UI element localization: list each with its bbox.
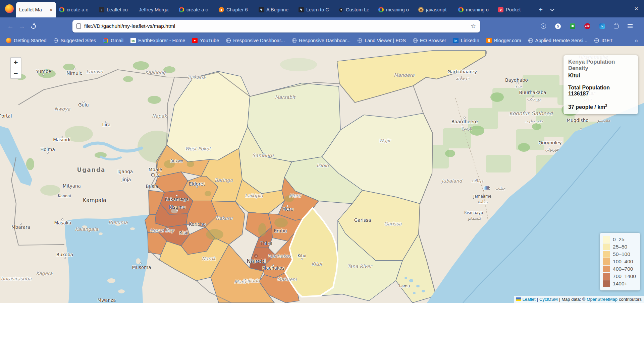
- bookmark-item[interactable]: LinkedIn: [453, 38, 479, 43]
- bookmark-item[interactable]: EarthExplorer - Home: [130, 38, 185, 43]
- window-control-button[interactable]: [613, 0, 629, 17]
- ukraine-flag-icon: [516, 297, 521, 301]
- info-panel: Kenya Population Density Kitui Total Pop…: [564, 55, 638, 114]
- map-label: City: [151, 172, 160, 178]
- tab-favicon: [378, 7, 384, 12]
- map-data-text: Map data: ©: [561, 297, 585, 302]
- map-label: Buurhakaba: [519, 90, 546, 95]
- browser-tab[interactable]: Leaflet cu: [96, 2, 136, 17]
- tab-label: javascript: [426, 7, 452, 12]
- leaflet-link[interactable]: Leaflet: [523, 297, 536, 302]
- window-controls: ×: [598, 0, 644, 17]
- toolbar-icon[interactable]: [599, 23, 605, 29]
- browser-tab[interactable]: Custom Le: [335, 2, 375, 17]
- back-button[interactable]: ←: [5, 20, 16, 32]
- map-label: Nimule: [66, 70, 83, 76]
- toolbar-icon[interactable]: [555, 23, 561, 29]
- map-label: Kakamega: [165, 197, 189, 202]
- map-label: Jilib: [484, 186, 490, 191]
- tab-label: Leaflet cu: [107, 7, 133, 12]
- tab-bar: Leaflet Ma × create a c Leaflet cu Jeffr…: [0, 0, 644, 17]
- page-background: [0, 303, 644, 345]
- map-label: Nwoya: [54, 106, 70, 112]
- town-marker: [83, 101, 85, 103]
- toolbar-icon[interactable]: [614, 24, 619, 28]
- toolbar-icon[interactable]: [541, 23, 546, 29]
- bookmark-favicon: [54, 38, 58, 43]
- town-marker: [532, 95, 534, 97]
- bookmark-item[interactable]: Suggested Sites: [54, 38, 96, 43]
- openstreetmap-link[interactable]: OpenStreetMap: [587, 297, 618, 302]
- map-label: جيليب: [495, 186, 505, 191]
- reload-button[interactable]: [28, 20, 39, 32]
- bookmark-favicon: [453, 38, 459, 43]
- bookmark-item[interactable]: Responsive Dashboar...: [292, 38, 351, 43]
- browser-tab[interactable]: javascript: [415, 2, 455, 17]
- bookmark-item[interactable]: YouTube: [192, 38, 219, 43]
- bookmark-item[interactable]: Applied Remote Sensi...: [528, 38, 588, 43]
- map-label: Nakuru: [216, 215, 232, 221]
- window-control-button[interactable]: [598, 0, 613, 17]
- browser-tab[interactable]: Jeffrey Morga: [136, 2, 176, 17]
- tab-favicon: [458, 7, 464, 12]
- map-label: Hoima: [40, 147, 55, 152]
- browser-tab[interactable]: create a c: [56, 2, 96, 17]
- tab-label: meaning o: [386, 7, 412, 12]
- browser-tab[interactable]: meaning o: [375, 2, 415, 17]
- town-marker: [254, 254, 258, 258]
- bookmark-favicon: [6, 38, 11, 43]
- bookmark-favicon: [528, 38, 533, 43]
- browser-tab[interactable]: Leaflet Ma ×: [16, 2, 56, 17]
- toolbar-icon[interactable]: [570, 23, 575, 29]
- url-input[interactable]: [84, 23, 467, 29]
- new-tab-button[interactable]: +: [535, 2, 546, 17]
- bookmark-item[interactable]: Gmail: [103, 38, 123, 43]
- map-label: Homa Bay: [150, 228, 174, 233]
- zoom-in-button[interactable]: +: [11, 58, 21, 68]
- legend-range: 0–25: [613, 236, 624, 243]
- bookmark-item[interactable]: Responsive Dashboar...: [226, 38, 285, 43]
- forward-button[interactable]: →: [16, 20, 28, 32]
- map-label: Lamwo: [86, 69, 103, 74]
- url-bar[interactable]: ☆: [72, 20, 480, 32]
- zoom-out-button[interactable]: −: [11, 68, 21, 78]
- browser-tab[interactable]: Learn to C: [296, 2, 335, 17]
- tab-label: Pocket: [506, 7, 532, 12]
- browser-tab[interactable]: A Beginne: [256, 2, 296, 17]
- map-label: Bukoba: [56, 252, 73, 257]
- bookmark-item[interactable]: Blogger.com: [486, 38, 521, 43]
- bookmarks-overflow-chevron[interactable]: »: [635, 37, 638, 44]
- browser-tab[interactable]: Chapter 6: [216, 2, 256, 17]
- map-label: Meru: [289, 193, 301, 198]
- leaflet-map[interactable]: YumbeNimuleLamwoKaabongGuluNwoyaNapakLir…: [0, 46, 644, 303]
- map-label: Meru: [282, 206, 293, 212]
- window-control-button[interactable]: ×: [629, 0, 644, 17]
- browser-tab[interactable]: meaning o: [455, 2, 495, 17]
- bookmark-label: EO Browser: [420, 38, 446, 43]
- bookmark-item[interactable]: Land Viewer | EOS: [358, 38, 406, 43]
- chevron-down-icon: [550, 7, 554, 11]
- map-label: Narok: [202, 256, 215, 261]
- tab-close-icon[interactable]: ×: [49, 7, 53, 13]
- browser-tab[interactable]: Pocket: [495, 2, 535, 17]
- town-marker: [73, 68, 75, 70]
- town-marker: [47, 152, 49, 154]
- map-label: Wajir: [379, 138, 390, 143]
- town-marker: [105, 121, 107, 123]
- legend-range: 100–400: [613, 259, 633, 265]
- map-label: Embu: [274, 228, 287, 233]
- bookmark-item[interactable]: Getting Started: [6, 38, 47, 43]
- bookmark-star-icon[interactable]: ☆: [471, 22, 476, 30]
- cyclosm-link[interactable]: CyclOSM: [539, 297, 558, 302]
- map-label: Mityana: [63, 183, 81, 189]
- bookmark-item[interactable]: IGET: [594, 38, 613, 43]
- list-all-tabs-button[interactable]: [546, 2, 558, 17]
- bookmark-label: Responsive Dashboar...: [299, 38, 351, 43]
- browser-tab[interactable]: create a c: [176, 2, 216, 17]
- toolbar-icon[interactable]: [584, 23, 590, 29]
- map-label: West Pokot: [185, 146, 211, 151]
- toolbar-icon[interactable]: [628, 26, 633, 26]
- map-label: Portal: [0, 113, 12, 119]
- bookmark-item[interactable]: EO Browser: [413, 38, 446, 43]
- attribution-separator: |: [537, 297, 538, 302]
